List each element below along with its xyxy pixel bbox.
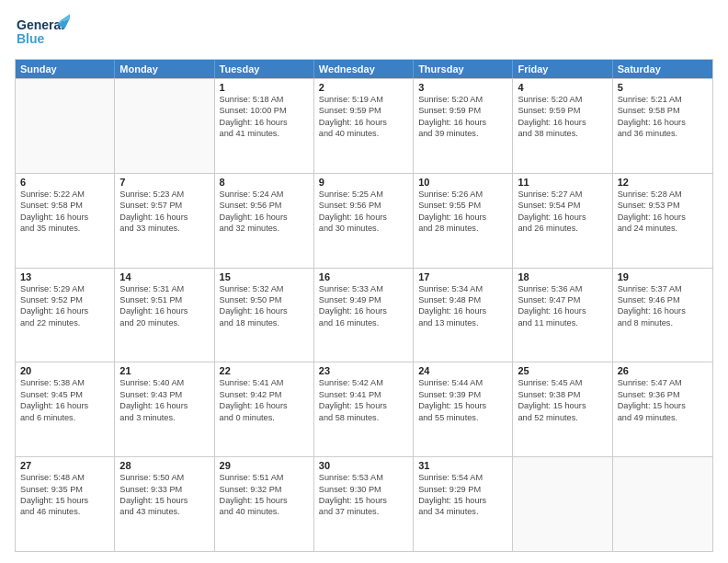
cell-info-line: Sunset: 9:59 PM [518, 105, 607, 116]
cell-info-line: Sunset: 9:51 PM [119, 294, 209, 305]
calendar-cell: 14Sunrise: 5:31 AMSunset: 9:51 PMDayligh… [115, 269, 214, 362]
day-number: 5 [618, 82, 708, 93]
cell-info-line: Daylight: 16 hours [220, 305, 309, 316]
cell-info-line: Sunset: 9:39 PM [418, 389, 507, 400]
cell-info-line: Daylight: 16 hours [319, 117, 408, 128]
calendar-cell: 25Sunrise: 5:45 AMSunset: 9:38 PMDayligh… [513, 362, 612, 456]
cell-info-line: and 32 minutes. [220, 223, 309, 234]
day-number: 6 [20, 177, 109, 188]
cell-info-line: Sunrise: 5:26 AM [418, 189, 507, 200]
cell-info-line: Daylight: 16 hours [20, 212, 109, 223]
cell-info-line: Sunset: 9:35 PM [20, 484, 109, 495]
cell-info-line: Daylight: 16 hours [518, 117, 607, 128]
cell-info-line: Sunset: 9:36 PM [618, 389, 708, 400]
cell-info-line: Sunset: 9:54 PM [518, 200, 607, 211]
calendar-cell [613, 457, 712, 551]
logo: General Blue [15, 11, 70, 52]
cell-info-line: and 24 minutes. [618, 223, 708, 234]
cell-info-line: Sunrise: 5:27 AM [518, 189, 607, 200]
day-number: 18 [518, 271, 607, 282]
cell-info-line: Sunset: 9:42 PM [220, 389, 309, 400]
calendar-cell: 28Sunrise: 5:50 AMSunset: 9:33 PMDayligh… [115, 457, 214, 551]
calendar-cell: 3Sunrise: 5:20 AMSunset: 9:59 PMDaylight… [414, 79, 513, 173]
cell-info-line: and 35 minutes. [20, 223, 109, 234]
header: General Blue [15, 11, 713, 52]
day-number: 12 [618, 177, 708, 188]
day-number: 3 [418, 82, 507, 93]
cell-info-line: Sunset: 9:55 PM [418, 200, 507, 211]
cell-info-line: and 0 minutes. [220, 412, 309, 423]
cell-info-line: Sunset: 9:41 PM [319, 389, 408, 400]
calendar-cell: 10Sunrise: 5:26 AMSunset: 9:55 PMDayligh… [414, 174, 513, 268]
day-number: 2 [319, 82, 408, 93]
weekday-header: Thursday [414, 60, 513, 78]
cell-info-line: and 58 minutes. [319, 412, 408, 423]
cell-info-line: Sunrise: 5:51 AM [220, 472, 309, 483]
cell-info-line: Sunset: 9:59 PM [418, 105, 507, 116]
cell-info-line: Daylight: 16 hours [20, 305, 109, 316]
calendar-cell: 30Sunrise: 5:53 AMSunset: 9:30 PMDayligh… [314, 457, 414, 551]
calendar-cell: 27Sunrise: 5:48 AMSunset: 9:35 PMDayligh… [16, 457, 115, 551]
cell-info-line: Sunrise: 5:19 AM [319, 94, 408, 105]
day-number: 21 [119, 365, 209, 376]
calendar-cell: 23Sunrise: 5:42 AMSunset: 9:41 PMDayligh… [314, 362, 414, 456]
calendar-cell: 19Sunrise: 5:37 AMSunset: 9:46 PMDayligh… [613, 269, 712, 362]
day-number: 10 [418, 177, 507, 188]
cell-info-line: Sunrise: 5:34 AM [418, 283, 507, 294]
cell-info-line: and 26 minutes. [518, 223, 607, 234]
day-number: 1 [220, 82, 309, 93]
day-number: 20 [20, 365, 109, 376]
cell-info-line: Sunrise: 5:38 AM [20, 377, 109, 388]
cell-info-line: Daylight: 16 hours [518, 305, 607, 316]
cell-info-line: and 8 minutes. [618, 317, 708, 328]
day-number: 9 [319, 177, 408, 188]
calendar-cell: 31Sunrise: 5:54 AMSunset: 9:29 PMDayligh… [414, 457, 513, 551]
calendar-row: 1Sunrise: 5:18 AMSunset: 10:00 PMDayligh… [16, 78, 712, 173]
cell-info-line: Daylight: 16 hours [319, 212, 408, 223]
weekday-header: Monday [115, 60, 214, 78]
day-number: 23 [319, 365, 408, 376]
calendar-cell: 8Sunrise: 5:24 AMSunset: 9:56 PMDaylight… [215, 174, 314, 268]
weekday-header: Sunday [16, 60, 115, 78]
cell-info-line: and 22 minutes. [20, 317, 109, 328]
day-number: 14 [119, 271, 209, 282]
cell-info-line: Sunset: 9:45 PM [20, 389, 109, 400]
cell-info-line: and 16 minutes. [319, 317, 408, 328]
cell-info-line: Daylight: 15 hours [518, 400, 607, 411]
cell-info-line: Sunset: 9:56 PM [220, 200, 309, 211]
cell-info-line: Sunrise: 5:23 AM [119, 189, 209, 200]
cell-info-line: Daylight: 16 hours [319, 305, 408, 316]
cell-info-line: and 13 minutes. [418, 317, 507, 328]
calendar-cell: 26Sunrise: 5:47 AMSunset: 9:36 PMDayligh… [613, 362, 712, 456]
cell-info-line: and 43 minutes. [119, 506, 209, 517]
day-number: 15 [220, 271, 309, 282]
cell-info-line: Sunset: 9:57 PM [119, 200, 209, 211]
cell-info-line: Sunset: 9:33 PM [119, 484, 209, 495]
day-number: 30 [319, 460, 408, 471]
cell-info-line: Daylight: 15 hours [20, 495, 109, 506]
cell-info-line: Sunset: 9:58 PM [618, 105, 708, 116]
cell-info-line: and 38 minutes. [518, 128, 607, 139]
calendar-cell: 2Sunrise: 5:19 AMSunset: 9:59 PMDaylight… [314, 79, 414, 173]
calendar-row: 13Sunrise: 5:29 AMSunset: 9:52 PMDayligh… [16, 268, 712, 362]
logo-icon: General Blue [15, 11, 70, 52]
cell-info-line: Sunset: 9:52 PM [20, 294, 109, 305]
calendar-cell: 9Sunrise: 5:25 AMSunset: 9:56 PMDaylight… [314, 174, 414, 268]
calendar-cell: 16Sunrise: 5:33 AMSunset: 9:49 PMDayligh… [314, 269, 414, 362]
cell-info-line: Daylight: 15 hours [119, 495, 209, 506]
cell-info-line: Sunrise: 5:18 AM [220, 94, 309, 105]
cell-info-line: Sunrise: 5:20 AM [418, 94, 507, 105]
day-number: 25 [518, 365, 607, 376]
day-number: 27 [20, 460, 109, 471]
calendar-cell: 4Sunrise: 5:20 AMSunset: 9:59 PMDaylight… [513, 79, 612, 173]
svg-text:Blue: Blue [17, 31, 45, 46]
cell-info-line: Sunrise: 5:47 AM [618, 377, 708, 388]
weekday-header: Wednesday [314, 60, 414, 78]
day-number: 28 [119, 460, 209, 471]
svg-text:General: General [17, 17, 64, 32]
calendar-cell: 20Sunrise: 5:38 AMSunset: 9:45 PMDayligh… [16, 362, 115, 456]
calendar-row: 27Sunrise: 5:48 AMSunset: 9:35 PMDayligh… [16, 456, 712, 551]
cell-info-line: Sunrise: 5:37 AM [618, 283, 708, 294]
calendar-cell: 6Sunrise: 5:22 AMSunset: 9:58 PMDaylight… [16, 174, 115, 268]
cell-info-line: and 6 minutes. [20, 412, 109, 423]
